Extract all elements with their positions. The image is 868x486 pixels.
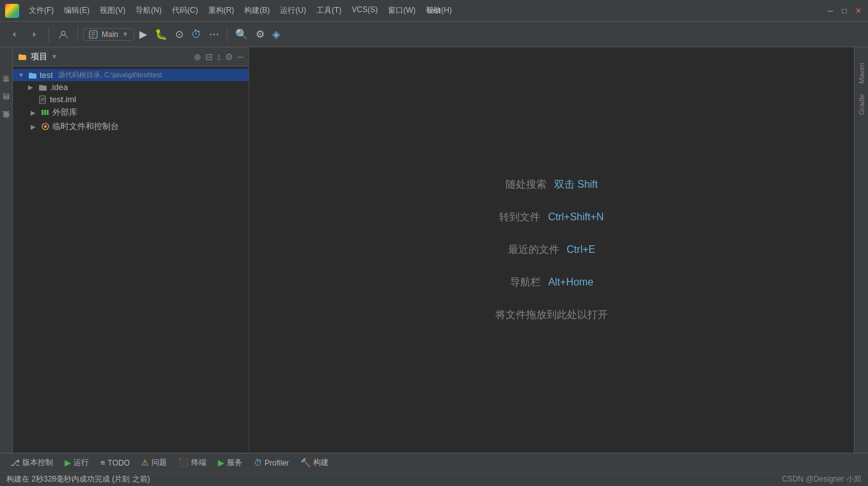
vcs-icon: ⎇	[10, 458, 20, 467]
tree-item-iml[interactable]: ▶ test.iml	[13, 93, 249, 105]
tree-arrow-ext: ▶	[31, 109, 38, 116]
tree-root[interactable]: ▼ test 源代码根目录, C:\java\git\test\test	[13, 69, 249, 81]
problems-label: 问题	[151, 457, 167, 468]
hint-goto-shortcut: Ctrl+Shift+N	[548, 211, 603, 223]
vcs-label: 版本控制	[22, 457, 53, 468]
svg-rect-5	[19, 55, 26, 60]
menu-code[interactable]: 代码(C)	[167, 3, 203, 18]
menu-file[interactable]: 文件(F)	[24, 3, 58, 18]
tree-arrow-temp: ▶	[31, 123, 38, 130]
folder-icon	[18, 52, 27, 61]
toolbar-separator-1	[49, 27, 49, 42]
build-panel-button[interactable]: 🔨 构建	[295, 456, 334, 469]
tree-item-temp[interactable]: ▶ 临时文件和控制台	[13, 119, 249, 133]
left-label-bookmark[interactable]: 书签	[0, 86, 12, 91]
menu-refactor[interactable]: 重构(R)	[204, 3, 239, 18]
menu-edit[interactable]: 编辑(E)	[59, 3, 94, 18]
project-panel: 项目 ▼ ⊕ ⊟ ↕ ⚙ ─ ▼ test 源代码根目录, C:\java\gi…	[13, 47, 249, 453]
toolbox-icon[interactable]: ◈	[270, 26, 283, 43]
profile-run-button[interactable]: ⏱	[189, 26, 204, 43]
status-right: CSDN @Designer 小郑	[782, 474, 862, 485]
profiler-button[interactable]: ⏱ Profiler	[249, 457, 294, 469]
menu-vcs[interactable]: VCS(S)	[347, 3, 382, 18]
run-button[interactable]: ▶	[137, 26, 150, 43]
toolbar-separator-3	[227, 27, 228, 42]
menu-view[interactable]: 视图(V)	[95, 3, 130, 18]
terminal-button[interactable]: ⬛ 终端	[173, 456, 212, 469]
tree-temp-name: 临时文件和控制台	[52, 121, 119, 132]
project-tree: ▼ test 源代码根目录, C:\java\git\test\test ▶ .…	[13, 66, 249, 453]
run-config-label: Main	[102, 30, 118, 39]
hint-search-shortcut: 双击 Shift	[554, 178, 598, 192]
folder-icon-idea	[38, 83, 47, 92]
maximize-button[interactable]: □	[840, 6, 849, 15]
run-panel-button[interactable]: ▶ 运行	[59, 456, 94, 469]
back-button[interactable]	[5, 27, 23, 42]
add-content-icon[interactable]: ⊕	[194, 52, 201, 62]
collapse-icon[interactable]: ↕	[217, 52, 221, 62]
hint-recent-label: 最近的文件	[508, 243, 559, 257]
run-panel-icon: ▶	[65, 458, 71, 467]
tree-idea-name: .idea	[50, 82, 68, 92]
coverage-button[interactable]: ⊙	[173, 26, 186, 43]
vcs-button[interactable]: ⎇ 版本控制	[5, 456, 58, 469]
project-panel-title: 项目	[31, 51, 47, 63]
collapse-all-icon[interactable]: ⊟	[205, 52, 213, 62]
menu-navigate[interactable]: 导航(N)	[131, 3, 166, 18]
svg-rect-14	[47, 110, 49, 115]
run-configuration[interactable]: Main ▼	[83, 28, 134, 41]
title-bar: 文件(F) 编辑(E) 视图(V) 导航(N) 代码(C) 重构(R) 构建(B…	[0, 0, 868, 22]
hint-recent-shortcut: Ctrl+E	[567, 244, 596, 255]
minimize-button[interactable]: ─	[826, 6, 835, 15]
svg-point-16	[44, 125, 47, 128]
right-label-database[interactable]: 数据库	[855, 50, 867, 55]
more-run-options[interactable]: ⋯	[206, 26, 222, 43]
left-panel-labels: 书签 结构 收藏夹	[0, 47, 13, 453]
project-panel-dropdown[interactable]: ▼	[51, 53, 58, 60]
menu-build[interactable]: 构建(B)	[240, 3, 274, 18]
profiler-icon: ⏱	[254, 458, 262, 467]
forward-button[interactable]	[26, 27, 43, 42]
profile-button[interactable]	[54, 27, 72, 42]
tree-iml-name: test.iml	[50, 95, 76, 104]
settings-panel-icon[interactable]: ⚙	[225, 52, 233, 62]
close-button[interactable]: ✕	[854, 6, 863, 15]
problems-button[interactable]: ⚠ 问题	[136, 456, 172, 469]
right-label-gradle[interactable]: Gradle	[856, 91, 867, 118]
file-icon-iml	[38, 95, 47, 104]
hint-drag-label: 将文件拖放到此处以打开	[495, 308, 608, 322]
menu-tools[interactable]: 工具(T)	[312, 3, 346, 18]
status-text: 构建在 2秒328毫秒内成功完成 (片刻 之前)	[6, 474, 150, 485]
bottom-bar: ⎇ 版本控制 ▶ 运行 ≡ TODO ⚠ 问题 ⬛ 终端 ▶ 服务 ⏱ Prof…	[0, 453, 868, 472]
tree-item-idea[interactable]: ▶ .idea	[13, 81, 249, 93]
close-panel-icon[interactable]: ─	[237, 52, 244, 62]
settings-icon[interactable]: ⚙	[253, 26, 267, 43]
right-label-maven[interactable]: Maven	[856, 60, 867, 86]
editor-area: 随处搜索 双击 Shift 转到文件 Ctrl+Shift+N 最近的文件 Ct…	[249, 47, 854, 453]
left-label-structure[interactable]: 结构	[0, 103, 12, 109]
terminal-icon: ⬛	[178, 458, 189, 467]
services-button[interactable]: ▶ 服务	[213, 456, 247, 469]
toolbar: Main ▼ ▶ 🐛 ⊙ ⏱ ⋯ 🔍 ⚙ ◈	[0, 22, 868, 47]
run-panel-label: 运行	[74, 457, 89, 468]
tree-arrow-idea: ▶	[28, 84, 36, 91]
hint-goto-file: 转到文件 Ctrl+Shift+N	[499, 211, 603, 224]
todo-icon: ≡	[100, 458, 105, 467]
library-icon	[41, 108, 50, 117]
window-title: test	[428, 6, 441, 15]
services-label: 服务	[227, 457, 242, 468]
menu-run[interactable]: 运行(U)	[275, 3, 311, 18]
menu-window[interactable]: 窗口(W)	[384, 3, 420, 18]
tree-ext-name: 外部库	[52, 107, 77, 118]
tree-item-external-libs[interactable]: ▶ 外部库	[13, 105, 249, 119]
problems-icon: ⚠	[141, 458, 149, 467]
todo-button[interactable]: ≡ TODO	[95, 457, 135, 469]
terminal-label: 终端	[191, 457, 206, 468]
toolbar-separator-2	[77, 27, 78, 42]
search-everywhere-icon[interactable]: 🔍	[233, 26, 251, 43]
services-icon: ▶	[218, 458, 224, 467]
status-bar: 构建在 2秒328毫秒内成功完成 (片刻 之前) CSDN @Designer …	[0, 472, 868, 486]
debug-button[interactable]: 🐛	[152, 26, 170, 43]
svg-rect-7	[39, 86, 47, 91]
left-label-favorites[interactable]: 收藏夹	[0, 121, 12, 126]
